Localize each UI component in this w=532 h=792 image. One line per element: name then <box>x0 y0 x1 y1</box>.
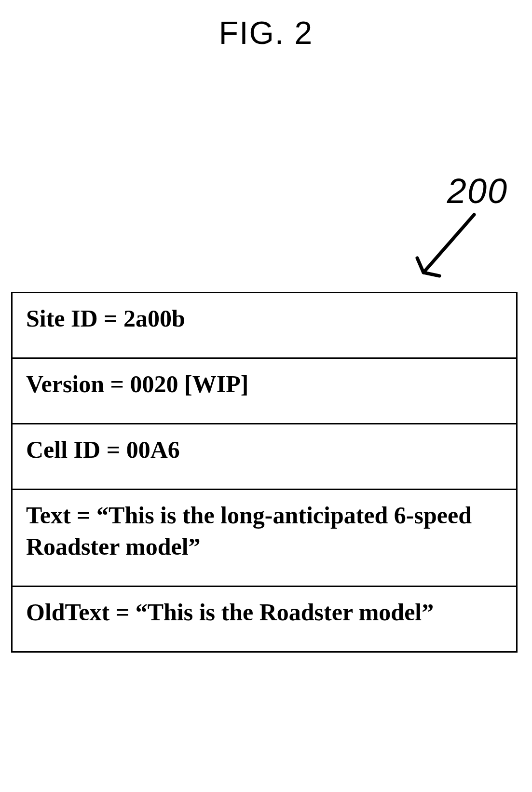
arrow-icon <box>411 207 484 285</box>
site-id-cell: Site ID = 2a00b <box>12 293 517 358</box>
table-row: Cell ID = 00A6 <box>12 424 517 490</box>
table-row: Text = “This is the long-anticipated 6-s… <box>12 490 517 587</box>
table-row: OldText = “This is the Roadster model” <box>12 587 517 652</box>
text-cell: Text = “This is the long-anticipated 6-s… <box>12 490 517 587</box>
reference-annotation: 200 <box>407 171 508 282</box>
figure-title: FIG. 2 <box>0 14 532 51</box>
oldtext-cell: OldText = “This is the Roadster model” <box>12 587 517 652</box>
reference-number: 200 <box>447 171 508 211</box>
table-row: Site ID = 2a00b <box>12 293 517 358</box>
data-record-table: Site ID = 2a00b Version = 0020 [WIP] Cel… <box>11 292 518 653</box>
version-cell: Version = 0020 [WIP] <box>12 358 517 424</box>
cell-id-cell: Cell ID = 00A6 <box>12 424 517 490</box>
table-row: Version = 0020 [WIP] <box>12 358 517 424</box>
